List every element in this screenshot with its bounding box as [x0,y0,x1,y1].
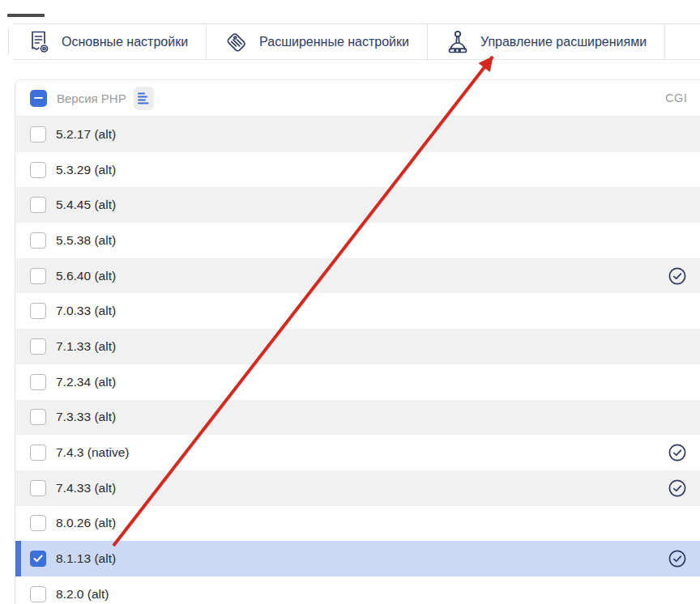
table-row[interactable]: 5.4.45 (alt) [15,187,700,223]
row-label: 8.0.26 (alt) [56,516,116,530]
row-checkbox[interactable] [30,480,46,496]
table-row[interactable]: 7.1.33 (alt) [15,329,700,364]
cgi-check-icon [668,479,687,498]
row-label: 5.2.17 (alt) [56,127,116,142]
joystick-icon [446,29,470,55]
cgi-status [668,160,687,180]
row-checkbox[interactable] [30,232,46,249]
table-body: 5.2.17 (alt) 5.3.29 (alt) 5.4.45 (al [15,117,700,604]
row-label: 5.3.29 (alt) [56,163,116,177]
table-row[interactable]: 8.2.0 (alt) [15,576,700,604]
cgi-check-icon [668,443,687,462]
cgi-status [668,125,687,144]
row-checkbox[interactable] [30,586,46,602]
table-row[interactable]: 7.0.33 (alt) [15,293,700,329]
row-label: 7.2.34 (alt) [56,375,116,389]
toolbar-divider [664,24,665,59]
table-row[interactable]: 8.1.13 (alt) [15,541,700,576]
toolbar-button-label: Расширенные настройки [259,35,409,49]
sort-icon[interactable] [134,87,154,110]
table-header: Версия PHP CGI [15,80,700,117]
toolbar-button-advanced-settings[interactable]: Расширенные настройки [207,24,427,59]
cgi-status [668,549,687,568]
table-row[interactable]: 7.4.3 (native) [15,435,700,470]
table-row[interactable]: 7.2.34 (alt) [15,364,700,400]
column-header-php-version: Версия PHP [57,91,126,105]
cgi-status [668,195,687,215]
cgi-check-icon [668,266,687,286]
cgi-status [668,301,687,321]
row-checkbox[interactable] [30,268,46,284]
toolbar-button-extensions-management[interactable]: Управление расширениями [428,24,664,59]
cgi-status [668,443,687,462]
row-label: 7.4.33 (alt) [56,481,116,496]
cgi-check-icon [668,549,687,568]
row-label: 7.0.33 (alt) [56,304,116,318]
cgi-status [668,585,687,604]
row-checkbox[interactable] [30,338,46,355]
indeterminate-minus-icon [34,97,43,100]
select-all-checkbox[interactable] [30,90,47,107]
toolbar-button-basic-settings[interactable]: Основные настройки [9,24,206,59]
row-label: 8.2.0 (alt) [56,587,109,602]
cgi-status [668,407,687,427]
column-header-cgi: CGI [665,91,687,104]
table-row[interactable]: 5.5.38 (alt) [15,223,700,258]
document-gear-icon [27,29,51,55]
table-row[interactable]: 7.4.33 (alt) [15,470,700,506]
row-label: 5.5.38 (alt) [56,233,116,248]
toolbar: Основные настройки Расширенные настройки [8,23,700,60]
row-checkbox[interactable] [30,444,46,461]
row-checkbox[interactable] [30,197,46,213]
cgi-status [668,266,687,286]
php-settings-page: Основные настройки Расширенные настройки [0,0,700,604]
table-row[interactable]: 5.6.40 (alt) [15,258,700,294]
toolbar-button-label: Управление расширениями [480,35,647,49]
table-row[interactable]: 7.3.33 (alt) [15,400,700,436]
row-label: 7.4.3 (native) [56,445,129,460]
row-label: 5.4.45 (alt) [56,198,116,212]
row-label: 5.6.40 (alt) [56,269,116,283]
row-checkbox[interactable] [30,409,46,425]
cgi-status [668,479,687,498]
tag-icon [224,30,249,54]
row-label: 7.1.33 (alt) [56,339,116,354]
cgi-status [668,372,687,392]
clipped-content-fragment [7,14,45,17]
table-row[interactable]: 8.0.26 (alt) [15,506,700,542]
cgi-status [668,513,687,533]
table-row[interactable]: 5.3.29 (alt) [15,152,700,188]
row-checkbox[interactable] [30,126,46,142]
php-version-table: Версия PHP CGI 5.2.17 (alt) [15,79,700,604]
row-checkbox[interactable] [30,515,46,531]
row-label: 8.1.13 (alt) [56,551,116,566]
toolbar-button-label: Основные настройки [62,35,188,49]
table-row[interactable]: 5.2.17 (alt) [15,117,700,152]
row-checkbox[interactable] [30,374,46,390]
row-checkbox[interactable] [30,303,46,319]
row-checkbox[interactable] [30,162,46,178]
row-label: 7.3.33 (alt) [56,410,116,424]
row-checkbox[interactable] [30,551,46,567]
cgi-status [668,231,687,250]
cgi-status [668,337,687,356]
